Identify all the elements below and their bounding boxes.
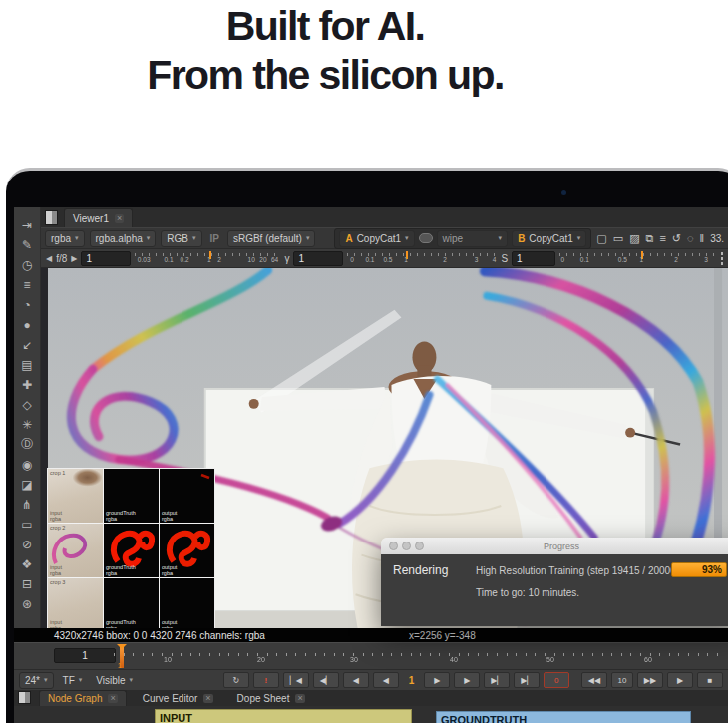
s-slider[interactable]: 0 0.1 0.5 1 2 3 bbox=[559, 251, 717, 265]
crop-label: crop 3 bbox=[50, 579, 65, 585]
close-icon[interactable]: × bbox=[295, 694, 304, 703]
channel-icon[interactable]: ≡ bbox=[17, 275, 37, 294]
step-back-button[interactable]: ◀ bbox=[373, 672, 399, 688]
progress-dialog-titlebar[interactable]: Progress bbox=[381, 538, 728, 554]
progress-dialog-title: Progress bbox=[381, 542, 728, 551]
stop-render-button[interactable]: ■ bbox=[697, 672, 723, 688]
wipe-mode-select[interactable]: wipe ▾ bbox=[437, 230, 509, 247]
particles-icon[interactable]: ✳ bbox=[17, 415, 37, 434]
tab-viewer1-label: Viewer1 bbox=[73, 213, 109, 224]
color-icon[interactable]: ◔ bbox=[17, 295, 37, 314]
gain-prev-icon[interactable]: ◀ bbox=[46, 254, 52, 263]
chevron-down-icon: ▾ bbox=[405, 234, 409, 242]
close-icon[interactable]: × bbox=[108, 694, 117, 703]
display-monitor-icon[interactable]: ▢ bbox=[596, 232, 606, 245]
tick-label: 10 bbox=[248, 256, 255, 263]
zebra-clipping-icon[interactable]: ▨ bbox=[629, 232, 639, 245]
close-icon[interactable]: × bbox=[115, 214, 124, 223]
progress-dialog[interactable]: Progress Rendering High Resolution Train… bbox=[381, 538, 728, 626]
fps-value: 24* bbox=[25, 675, 40, 686]
roi-circle-icon[interactable]: ◌ bbox=[687, 232, 694, 244]
playhead-frame-label: 1 bbox=[118, 662, 122, 669]
next-keyframe-button[interactable]: ▶▏ bbox=[484, 672, 510, 688]
timeline-range-select[interactable]: TF ▾ bbox=[58, 673, 88, 688]
wipe-toggle[interactable] bbox=[419, 233, 433, 243]
frame-decrement-button[interactable]: ◀◀ bbox=[581, 672, 607, 688]
timeline[interactable]: 1 10 20 30 40 50 60 1 bbox=[14, 642, 728, 669]
toolsets-icon[interactable]: ⋔ bbox=[17, 495, 37, 514]
play-fast-button[interactable]: ▶ bbox=[454, 672, 480, 688]
metadata-icon[interactable]: ◪ bbox=[17, 475, 37, 494]
transport-bar: 24* ▾ TF ▾ Visible ▾ ↻ ! ▏◀ ◀▏ ◀ ◀ 1 ▶ ▶… bbox=[14, 669, 728, 690]
time-icon[interactable]: ◷ bbox=[17, 255, 37, 274]
tab-dope-sheet[interactable]: Dope Sheet × bbox=[229, 691, 313, 706]
node-groundtruth[interactable]: GROUNDTRUTH bbox=[436, 711, 691, 723]
progress-bar: 93% bbox=[671, 562, 727, 577]
views-icon[interactable]: ◉ bbox=[17, 455, 37, 474]
web-icon[interactable]: ⊛ bbox=[17, 594, 37, 613]
s-input[interactable]: 1 bbox=[512, 251, 555, 266]
pause-icon[interactable]: ‖ bbox=[700, 232, 705, 244]
gain-next-icon[interactable]: ▶ bbox=[71, 254, 77, 263]
keyer-icon[interactable]: ↙ bbox=[17, 335, 37, 354]
tab-node-graph[interactable]: Node Graph × bbox=[39, 690, 127, 706]
roi-box-icon[interactable] bbox=[721, 252, 723, 265]
bottom-panel-tabs: Node Graph × Curve Editor × Dope Sheet × bbox=[14, 690, 728, 706]
gain-slider[interactable]: 0.03 0.1 0.2 1 2 10 20 64 bbox=[135, 251, 280, 265]
tab-curve-editor[interactable]: Curve Editor × bbox=[135, 691, 221, 706]
missing-frames-flag-icon[interactable]: ! bbox=[253, 672, 279, 688]
views-select[interactable]: Visible ▾ bbox=[91, 673, 138, 688]
close-icon[interactable]: × bbox=[203, 694, 212, 703]
panels-overlay-icon[interactable]: ⧉ bbox=[646, 232, 654, 245]
cell-label: groundTruth rgba bbox=[106, 619, 136, 628]
timeline-ruler[interactable]: 10 20 30 40 50 60 bbox=[114, 647, 724, 665]
channels-select[interactable]: rgba ▾ bbox=[45, 230, 85, 247]
colorspace-select[interactable]: sRGBf (default) ▾ bbox=[227, 230, 315, 247]
gamma-slider[interactable]: 0 0.1 0.5 1 2 3 4 bbox=[347, 251, 497, 265]
transform-icon[interactable]: ✚ bbox=[17, 375, 37, 394]
layer-list-icon[interactable]: ≡ bbox=[659, 232, 665, 244]
node-graph-panel[interactable]: INPUT GROUNDTRUTH bbox=[14, 706, 728, 723]
tab-viewer1[interactable]: Viewer1 × bbox=[64, 208, 133, 227]
flipbook-button[interactable]: ▶ bbox=[667, 672, 693, 688]
merge-icon[interactable]: ▤ bbox=[17, 355, 37, 374]
go-to-start-button[interactable]: ▏◀ bbox=[283, 672, 309, 688]
cursor-position-text: x=2256 y=-348 bbox=[409, 630, 476, 641]
frame-step-input[interactable]: 10 bbox=[611, 672, 633, 688]
filter-icon[interactable]: ● bbox=[17, 315, 37, 334]
3d-icon[interactable]: ◇ bbox=[17, 395, 37, 414]
render-icon[interactable]: ⊟ bbox=[17, 574, 37, 593]
tick-label: 0 bbox=[560, 256, 564, 263]
layer-select[interactable]: rgba.alpha ▾ bbox=[90, 230, 157, 247]
toolbar-sidebar: ⇥ ✎ ◷ ≡ ◔ ● ↙ ▤ ✚ ◇ ✳ Ⓓ ◉ ◪ ⋔ ▭ ⊘ ❖ ⊟ ⊛ bbox=[14, 207, 41, 628]
draw-icon[interactable]: ✎ bbox=[17, 235, 37, 254]
fps-select[interactable]: 24* ▾ bbox=[19, 672, 54, 689]
current-frame-input[interactable]: 1 bbox=[54, 648, 116, 663]
pane-menu-icon[interactable] bbox=[18, 691, 31, 704]
deep-icon[interactable]: Ⓓ bbox=[17, 435, 37, 454]
gain-input[interactable]: 1 bbox=[81, 251, 131, 266]
other-icon[interactable]: ▭ bbox=[17, 515, 37, 534]
tick-label: 10 bbox=[164, 656, 172, 663]
tick-label: 20 bbox=[259, 256, 266, 263]
frame-increment-button[interactable]: ▶▶ bbox=[637, 672, 663, 688]
display-channel-select[interactable]: RGB ▾ bbox=[161, 230, 201, 247]
pane-menu-icon[interactable] bbox=[45, 210, 58, 225]
gamma-input[interactable]: 1 bbox=[293, 251, 343, 266]
sync-icon[interactable]: ↺ bbox=[672, 232, 681, 245]
play-backward-fast-button[interactable]: ◀ bbox=[343, 672, 369, 688]
display-region-icon[interactable]: ▭ bbox=[613, 232, 623, 245]
go-to-end-button[interactable]: ▶▏ bbox=[514, 672, 540, 688]
node-input[interactable]: INPUT bbox=[155, 709, 412, 723]
loop-mode-icon[interactable]: ↻ bbox=[223, 672, 249, 688]
input-b-select[interactable]: B CopyCat1 ▾ bbox=[512, 230, 586, 247]
viewer-toolbar-sliders: ◀ f/8 ▶ 1 0.03 0.1 0.2 1 2 10 20 64 bbox=[41, 249, 728, 268]
stop-zero-button[interactable]: 0 bbox=[544, 672, 569, 688]
plugin-icon[interactable]: ⊘ bbox=[17, 535, 37, 553]
input-a-select[interactable]: A CopyCat1 ▾ bbox=[339, 230, 414, 247]
flow-icon[interactable]: ❖ bbox=[17, 554, 37, 573]
input-process-toggle[interactable]: IP bbox=[207, 233, 222, 244]
image-read-icon[interactable]: ⇥ bbox=[17, 215, 37, 234]
previous-keyframe-button[interactable]: ◀▏ bbox=[313, 672, 339, 688]
play-button[interactable]: ▶ bbox=[424, 672, 450, 688]
